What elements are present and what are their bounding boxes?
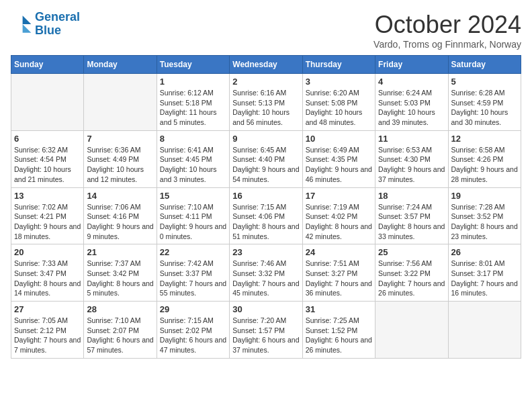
day-info: Sunrise: 7:15 AM Sunset: 2:02 PM Dayligh…: [160, 316, 226, 355]
day-number: 17: [306, 191, 372, 201]
day-info: Sunrise: 6:41 AM Sunset: 4:45 PM Dayligh…: [160, 145, 226, 185]
day-number: 5: [451, 77, 518, 87]
day-info: Sunrise: 7:02 AM Sunset: 4:21 PM Dayligh…: [14, 202, 81, 242]
day-info: Sunrise: 6:53 AM Sunset: 4:30 PM Dayligh…: [378, 145, 445, 185]
svg-marker-1: [23, 24, 32, 33]
calendar-cell: 6Sunrise: 6:32 AM Sunset: 4:54 PM Daylig…: [11, 130, 84, 187]
calendar-cell: 11Sunrise: 6:53 AM Sunset: 4:30 PM Dayli…: [375, 130, 448, 187]
header-friday: Friday: [375, 56, 448, 74]
day-info: Sunrise: 7:33 AM Sunset: 3:47 PM Dayligh…: [14, 259, 81, 298]
calendar-week-3: 13Sunrise: 7:02 AM Sunset: 4:21 PM Dayli…: [11, 187, 521, 244]
header-monday: Monday: [84, 56, 157, 74]
calendar-cell: 4Sunrise: 6:24 AM Sunset: 5:03 PM Daylig…: [375, 74, 448, 131]
location-subtitle: Vardo, Troms og Finnmark, Norway: [373, 39, 521, 50]
day-info: Sunrise: 7:20 AM Sunset: 1:57 PM Dayligh…: [232, 316, 299, 355]
day-info: Sunrise: 7:24 AM Sunset: 3:57 PM Dayligh…: [378, 202, 445, 242]
calendar-cell: 30Sunrise: 7:20 AM Sunset: 1:57 PM Dayli…: [230, 302, 302, 359]
day-info: Sunrise: 7:10 AM Sunset: 2:07 PM Dayligh…: [87, 316, 153, 355]
header-saturday: Saturday: [448, 56, 521, 74]
day-info: Sunrise: 7:28 AM Sunset: 3:52 PM Dayligh…: [451, 202, 518, 242]
day-info: Sunrise: 6:32 AM Sunset: 4:54 PM Dayligh…: [14, 145, 81, 185]
calendar-cell: 9Sunrise: 6:45 AM Sunset: 4:40 PM Daylig…: [230, 130, 302, 187]
header-tuesday: Tuesday: [157, 56, 229, 74]
logo-line2: Blue: [35, 24, 80, 38]
title-section: October 2024 Vardo, Troms og Finnmark, N…: [373, 11, 521, 50]
day-number: 10: [306, 134, 372, 144]
calendar-cell: 20Sunrise: 7:33 AM Sunset: 3:47 PM Dayli…: [11, 244, 84, 302]
day-number: 31: [306, 304, 372, 314]
day-number: 25: [378, 247, 445, 257]
page-header: General Blue October 2024 Vardo, Troms o…: [11, 11, 521, 50]
calendar-header-row: Sunday Monday Tuesday Wednesday Thursday…: [11, 56, 521, 74]
calendar-cell: 22Sunrise: 7:42 AM Sunset: 3:37 PM Dayli…: [157, 244, 229, 302]
logo-text: General Blue: [35, 11, 80, 38]
calendar-cell: 1Sunrise: 6:12 AM Sunset: 5:18 PM Daylig…: [157, 74, 229, 131]
day-info: Sunrise: 6:36 AM Sunset: 4:49 PM Dayligh…: [87, 145, 153, 185]
day-info: Sunrise: 7:51 AM Sunset: 3:27 PM Dayligh…: [306, 259, 372, 298]
day-number: 30: [232, 304, 299, 314]
calendar-cell: 28Sunrise: 7:10 AM Sunset: 2:07 PM Dayli…: [84, 302, 157, 359]
day-info: Sunrise: 7:10 AM Sunset: 4:11 PM Dayligh…: [160, 202, 226, 242]
calendar-cell: 25Sunrise: 7:56 AM Sunset: 3:22 PM Dayli…: [375, 244, 448, 302]
calendar-cell: [375, 302, 448, 359]
calendar-cell: [448, 302, 521, 359]
day-info: Sunrise: 8:01 AM Sunset: 3:17 PM Dayligh…: [451, 259, 518, 298]
calendar-cell: 23Sunrise: 7:46 AM Sunset: 3:32 PM Dayli…: [230, 244, 302, 302]
calendar-week-4: 20Sunrise: 7:33 AM Sunset: 3:47 PM Dayli…: [11, 244, 521, 302]
day-number: 26: [451, 247, 518, 257]
day-info: Sunrise: 6:45 AM Sunset: 4:40 PM Dayligh…: [232, 145, 299, 185]
header-thursday: Thursday: [302, 56, 375, 74]
calendar-table: Sunday Monday Tuesday Wednesday Thursday…: [11, 55, 521, 359]
day-number: 21: [87, 247, 153, 257]
day-info: Sunrise: 7:42 AM Sunset: 3:37 PM Dayligh…: [160, 259, 226, 298]
calendar-cell: 31Sunrise: 7:25 AM Sunset: 1:52 PM Dayli…: [302, 302, 375, 359]
day-number: 9: [232, 134, 299, 144]
calendar-cell: 7Sunrise: 6:36 AM Sunset: 4:49 PM Daylig…: [84, 130, 157, 187]
day-info: Sunrise: 6:28 AM Sunset: 4:59 PM Dayligh…: [451, 88, 518, 128]
logo-line1: General: [35, 10, 80, 24]
day-info: Sunrise: 7:46 AM Sunset: 3:32 PM Dayligh…: [232, 259, 299, 298]
day-info: Sunrise: 7:15 AM Sunset: 4:06 PM Dayligh…: [232, 202, 299, 242]
calendar-cell: 14Sunrise: 7:06 AM Sunset: 4:16 PM Dayli…: [84, 187, 157, 244]
calendar-cell: 26Sunrise: 8:01 AM Sunset: 3:17 PM Dayli…: [448, 244, 521, 302]
calendar-week-1: 1Sunrise: 6:12 AM Sunset: 5:18 PM Daylig…: [11, 74, 521, 131]
day-info: Sunrise: 6:16 AM Sunset: 5:13 PM Dayligh…: [232, 88, 299, 128]
day-info: Sunrise: 7:25 AM Sunset: 1:52 PM Dayligh…: [306, 316, 372, 355]
day-info: Sunrise: 6:12 AM Sunset: 5:18 PM Dayligh…: [160, 88, 226, 128]
day-number: 6: [14, 134, 81, 144]
day-number: 2: [232, 77, 299, 87]
month-title: October 2024: [373, 11, 521, 39]
day-number: 13: [14, 191, 81, 201]
day-number: 24: [306, 247, 372, 257]
svg-marker-0: [23, 15, 32, 24]
day-number: 1: [160, 77, 226, 87]
calendar-cell: 29Sunrise: 7:15 AM Sunset: 2:02 PM Dayli…: [157, 302, 229, 359]
calendar-cell: 2Sunrise: 6:16 AM Sunset: 5:13 PM Daylig…: [230, 74, 302, 131]
day-info: Sunrise: 7:06 AM Sunset: 4:16 PM Dayligh…: [87, 202, 153, 242]
header-sunday: Sunday: [11, 56, 84, 74]
logo-icon: [11, 13, 32, 35]
day-info: Sunrise: 7:05 AM Sunset: 2:12 PM Dayligh…: [14, 316, 81, 355]
day-number: 18: [378, 191, 445, 201]
calendar-cell: 21Sunrise: 7:37 AM Sunset: 3:42 PM Dayli…: [84, 244, 157, 302]
day-info: Sunrise: 6:58 AM Sunset: 4:26 PM Dayligh…: [451, 145, 518, 185]
calendar-cell: 19Sunrise: 7:28 AM Sunset: 3:52 PM Dayli…: [448, 187, 521, 244]
calendar-cell: 10Sunrise: 6:49 AM Sunset: 4:35 PM Dayli…: [302, 130, 375, 187]
day-number: 11: [378, 134, 445, 144]
day-number: 20: [14, 247, 81, 257]
day-number: 28: [87, 304, 153, 314]
day-number: 8: [160, 134, 226, 144]
calendar-cell: [11, 74, 84, 131]
day-number: 15: [160, 191, 226, 201]
day-info: Sunrise: 7:37 AM Sunset: 3:42 PM Dayligh…: [87, 259, 153, 298]
day-number: 14: [87, 191, 153, 201]
calendar-cell: 24Sunrise: 7:51 AM Sunset: 3:27 PM Dayli…: [302, 244, 375, 302]
calendar-cell: 5Sunrise: 6:28 AM Sunset: 4:59 PM Daylig…: [448, 74, 521, 131]
calendar-cell: 3Sunrise: 6:20 AM Sunset: 5:08 PM Daylig…: [302, 74, 375, 131]
day-number: 27: [14, 304, 81, 314]
calendar-cell: [84, 74, 157, 131]
calendar-cell: 18Sunrise: 7:24 AM Sunset: 3:57 PM Dayli…: [375, 187, 448, 244]
calendar-cell: 12Sunrise: 6:58 AM Sunset: 4:26 PM Dayli…: [448, 130, 521, 187]
calendar-cell: 17Sunrise: 7:19 AM Sunset: 4:02 PM Dayli…: [302, 187, 375, 244]
day-info: Sunrise: 7:19 AM Sunset: 4:02 PM Dayligh…: [306, 202, 372, 242]
